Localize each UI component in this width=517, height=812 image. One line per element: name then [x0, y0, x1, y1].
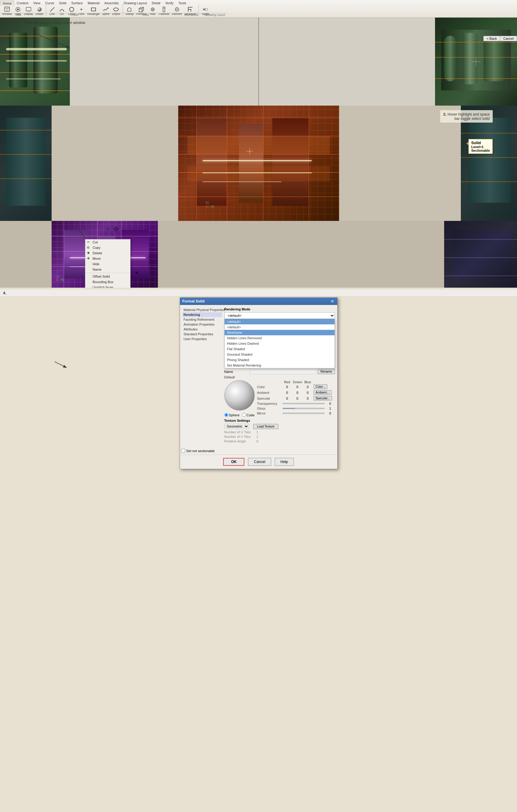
- svg-point-8: [37, 7, 42, 11]
- dialog-wrapper: 4. Format Solid ✕ Material Physical Prop…: [0, 288, 517, 471]
- right-side-panel: [461, 106, 517, 221]
- preview-and-props: Sphere Cube: [224, 380, 335, 417]
- dropdown-option-phong[interactable]: Phong Shaded: [225, 357, 334, 362]
- menu-item-cut[interactable]: ✂ Cut: [85, 239, 130, 245]
- cube-radio[interactable]: [242, 413, 246, 417]
- tab-surface[interactable]: Surface: [69, 1, 85, 6]
- dropdown-option-default-1[interactable]: <default>: [225, 319, 334, 324]
- dialog-titlebar: Format Solid ✕: [180, 298, 337, 305]
- default-material-label: Default: [224, 375, 335, 379]
- cube-radio-label[interactable]: Cube: [242, 413, 254, 417]
- dialog-title: Format Solid: [183, 299, 205, 303]
- dialog-body: Material Physical Properties Rendering F…: [180, 305, 337, 446]
- menu-item-bounding-box[interactable]: Bounding Box: [85, 279, 130, 285]
- sidebar-item-rendering[interactable]: Rendering: [183, 312, 222, 317]
- red-header: Red: [283, 380, 292, 384]
- sidebar-item-animation[interactable]: Animation Properties: [183, 322, 222, 327]
- name-row: Name Rename: [224, 369, 335, 374]
- tab-drawing-layout[interactable]: Drawing Layout: [121, 1, 149, 6]
- menu-item-offset-solid[interactable]: Offset Solid: [85, 274, 130, 279]
- toolbar: Home Context View Curve Solid Surface Ma…: [0, 0, 517, 18]
- menu-item-delete[interactable]: ✖ Delete: [85, 250, 130, 256]
- sidebar-item-user[interactable]: User Properties: [183, 337, 222, 341]
- name-input[interactable]: [250, 369, 317, 374]
- help-button[interactable]: Help: [275, 458, 294, 466]
- gloss-label: Gloss: [257, 407, 281, 410]
- svg-point-10: [70, 7, 74, 11]
- rename-button[interactable]: Rename: [318, 369, 335, 374]
- menu-item-unstitch[interactable]: Unstitch faces: [85, 285, 130, 288]
- tab-home[interactable]: Home: [0, 1, 14, 6]
- tab-solid[interactable]: Solid: [56, 1, 69, 6]
- ambient-blue-value: 0: [303, 391, 312, 395]
- mirror-slider-wrapper[interactable]: [283, 413, 325, 414]
- tab-assembly[interactable]: Assembly: [102, 1, 121, 6]
- menu-item-name[interactable]: Name: [85, 267, 130, 272]
- gloss-slider-track[interactable]: [283, 408, 325, 409]
- rotation-angle-label: Rotation Angle: [224, 439, 255, 443]
- sidebar-item-material-physical[interactable]: Material Physical Properties: [183, 308, 222, 312]
- format-solid-dialog: Format Solid ✕ Material Physical Propert…: [180, 297, 337, 469]
- dropdown-option-hidden-dashed[interactable]: Hidden Lines Dashed: [225, 341, 334, 346]
- dropdown-option-wireframe[interactable]: Wireframe: [225, 330, 334, 335]
- dialog-buttons: OK Cancel Help: [180, 455, 337, 469]
- svg-point-11: [80, 9, 82, 10]
- menu-item-copy[interactable]: ⧉ Copy: [85, 245, 130, 250]
- menu-item-move[interactable]: ✥ Move: [85, 256, 130, 261]
- svg-rect-14: [139, 9, 142, 12]
- texture-type-dropdown[interactable]: Geometric: [224, 424, 249, 429]
- specular-button[interactable]: Specular...: [314, 396, 332, 401]
- sphere-radio[interactable]: [224, 413, 228, 417]
- tab-curve[interactable]: Curve: [43, 1, 56, 6]
- rotation-angle-row: Rotation Angle 0: [224, 439, 335, 443]
- material-props-section: Name Rename Default: [224, 369, 335, 443]
- rendering-mode-select[interactable]: <default> Wireframe Hidden Lines Removed…: [224, 312, 335, 319]
- context-menu: ✂ Cut ⧉ Copy ✖ Delete ✥ Move Hide Name O…: [85, 239, 131, 288]
- move-icon: ✥: [87, 257, 89, 260]
- delete-icon: ✖: [87, 251, 89, 255]
- dropdown-option-gouraud[interactable]: Gouraud Shaded: [225, 352, 334, 357]
- mirror-slider-track[interactable]: [283, 413, 325, 414]
- menu-item-hide[interactable]: Hide: [85, 261, 130, 267]
- dropdown-option-default-2[interactable]: <default>: [225, 324, 334, 330]
- tab-view[interactable]: View: [31, 1, 43, 6]
- sidebar-item-attributes[interactable]: Attributes: [183, 327, 222, 332]
- tab-tools[interactable]: Tools: [176, 1, 189, 6]
- ambient-button[interactable]: Ambient...: [314, 390, 331, 395]
- tab-verify[interactable]: Verify: [163, 1, 176, 6]
- sectionable-checkbox[interactable]: [181, 449, 185, 453]
- sphere-cube-toggle: Sphere Cube: [224, 413, 255, 417]
- dialog-close-button[interactable]: ✕: [330, 299, 335, 304]
- load-texture-button[interactable]: Load Texture: [253, 424, 279, 429]
- color-button[interactable]: Color...: [314, 384, 328, 389]
- cancel-button[interactable]: Cancel: [500, 36, 517, 41]
- dropdown-option-hidden-removed[interactable]: Hidden Lines Removed: [225, 335, 334, 341]
- sidebar-item-faceting[interactable]: Faceting Refinement: [183, 317, 222, 322]
- ambient-red-value: 0: [283, 391, 292, 395]
- tab-detail[interactable]: Detail: [149, 1, 163, 6]
- transparency-slider-track[interactable]: [283, 403, 325, 404]
- step2-instruction-text: Hover highlight and space: [447, 112, 490, 117]
- step4-number: 4.: [3, 291, 6, 295]
- gloss-slider-wrapper[interactable]: [283, 408, 325, 409]
- svg-point-19: [152, 9, 153, 10]
- sectionable-row: Set not sectionable: [180, 449, 337, 453]
- ok-button[interactable]: OK: [223, 458, 244, 466]
- dropdown-option-set-material[interactable]: Set Material Rendering: [225, 362, 334, 368]
- svg-point-4: [17, 8, 19, 10]
- step1-area: < Back Cancel 1. Click and drag to selec…: [0, 18, 517, 106]
- svg-rect-20: [163, 7, 165, 12]
- tab-context[interactable]: Context: [14, 1, 31, 6]
- cancel-dialog-button[interactable]: Cancel: [248, 458, 271, 466]
- dialog-sidebar: Material Physical Properties Rendering F…: [183, 308, 222, 444]
- transparency-slider-wrapper[interactable]: [283, 403, 325, 404]
- copy-icon: ⧉: [87, 246, 89, 250]
- dropdown-option-flat-shaded[interactable]: Flat Shaded: [225, 346, 334, 352]
- back-button[interactable]: < Back: [483, 36, 500, 41]
- sidebar-item-standard[interactable]: Standard Properties: [183, 332, 222, 337]
- mirror-value: 0: [326, 411, 335, 415]
- step3-icon: ⊙: [113, 226, 118, 232]
- tab-material[interactable]: Material: [85, 1, 102, 6]
- color-red-value: 0: [283, 385, 292, 389]
- sphere-radio-label[interactable]: Sphere: [224, 413, 240, 417]
